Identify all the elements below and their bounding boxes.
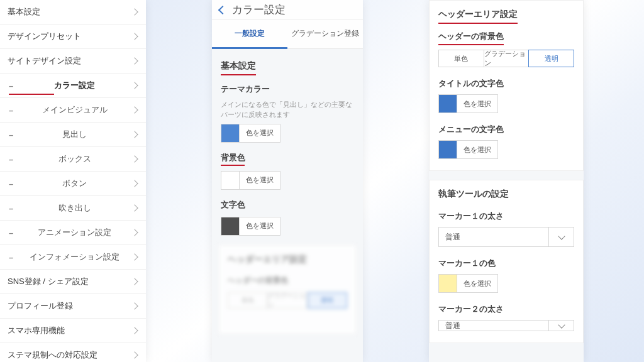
sidebar-item-5[interactable]: –見出し	[0, 123, 146, 147]
sidebar-item-13[interactable]: スマホ専用機能	[0, 319, 146, 343]
sidebar-item-label: 基本設定	[8, 6, 40, 18]
sidebar-item-11[interactable]: SNS登録 / シェア設定	[0, 270, 146, 294]
chevron-right-icon	[131, 180, 138, 187]
header-bg-label: ヘッダーの背景色	[438, 31, 504, 42]
chevron-right-icon	[131, 57, 138, 64]
tab-general[interactable]: 一般設定	[212, 20, 287, 49]
sidebar-item-4[interactable]: –メインビジュアル	[0, 98, 146, 123]
sidebar-item-7[interactable]: –ボタン	[0, 172, 146, 196]
sidebar-item-label: インフォメーション設定	[30, 251, 119, 263]
theme-color-swatch[interactable]	[221, 124, 240, 143]
chevron-right-icon	[131, 82, 138, 89]
sidebar-item-9[interactable]: –アニメーション設定	[0, 221, 146, 245]
header-area-title: ヘッダーエリア設定	[438, 9, 518, 20]
bg-color-select-button[interactable]: 色を選択	[240, 171, 280, 190]
chevron-down-icon	[548, 228, 574, 246]
menu-text-color-button[interactable]: 色を選択	[457, 140, 498, 159]
header-area-blurred: ヘッダーエリア設定 ヘッダーの背景色 単色グラデーション透明	[218, 244, 357, 334]
color-settings-panel: カラー設定 一般設定 グラデーション登録 基本設定 テーマカラー メインになる色…	[212, 0, 363, 362]
sidebar-item-8[interactable]: –吹き出し	[0, 196, 146, 221]
sidebar-item-label: アニメーション設定	[38, 227, 111, 238]
chevron-right-icon	[131, 351, 138, 358]
sidebar-item-1[interactable]: デザインプリセット	[0, 25, 146, 49]
sidebar-item-2[interactable]: サイトデザイン設定	[0, 49, 146, 74]
back-icon[interactable]	[218, 5, 227, 14]
theme-color-select-button[interactable]: 色を選択	[240, 124, 280, 143]
sidebar-item-label: カラー設定	[54, 80, 95, 91]
sidebar-item-label: スマホ専用機能	[8, 325, 65, 336]
chevron-right-icon	[131, 229, 138, 236]
dash-icon: –	[9, 81, 13, 90]
sidebar-item-0[interactable]: 基本設定	[0, 0, 146, 25]
marker1-color-label: マーカー１の色	[438, 258, 496, 269]
dash-icon: –	[9, 130, 13, 140]
sidebar-item-label: ステマ規制への対応設定	[8, 349, 97, 361]
sidebar-item-label: サイトデザイン設定	[8, 55, 81, 67]
dash-icon: –	[9, 253, 13, 262]
menu-text-color-label: メニューの文字色	[438, 124, 504, 135]
menu-text-color-swatch[interactable]	[438, 140, 457, 159]
dash-icon: –	[9, 155, 13, 164]
sidebar-item-label: ボックス	[58, 153, 91, 165]
sidebar-item-3[interactable]: –カラー設定	[0, 74, 146, 98]
title-text-color-button[interactable]: 色を選択	[457, 94, 498, 113]
sidebar-item-14[interactable]: ステマ規制への対応設定	[0, 343, 146, 362]
settings-sidebar: 基本設定デザインプリセットサイトデザイン設定–カラー設定–メインビジュアル–見出…	[0, 0, 146, 362]
marker1-thickness-select[interactable]: 普通	[438, 227, 574, 247]
marker1-thickness-label: マーカー１の太さ	[438, 211, 504, 222]
sidebar-item-label: デザインプリセット	[8, 31, 81, 42]
tab-gradient[interactable]: グラデーション登録	[287, 20, 363, 49]
title-text-color-label: タイトルの文字色	[438, 79, 504, 89]
sidebar-item-label: SNS登録 / シェア設定	[8, 276, 89, 287]
text-color-swatch[interactable]	[221, 217, 240, 236]
chevron-right-icon	[131, 204, 138, 211]
dash-icon: –	[9, 106, 13, 115]
marker1-color-button[interactable]: 色を選択	[457, 274, 498, 293]
sidebar-item-label: プロフィール登録	[8, 300, 73, 312]
marker1-color-swatch[interactable]	[438, 274, 457, 293]
marker2-thickness-label: マーカー２の太さ	[438, 304, 504, 315]
sidebar-item-10[interactable]: –インフォメーション設定	[0, 245, 146, 270]
sidebar-item-12[interactable]: プロフィール登録	[0, 294, 146, 319]
chevron-right-icon	[131, 253, 138, 260]
title-text-color-swatch[interactable]	[438, 94, 457, 113]
chevron-right-icon	[131, 327, 138, 334]
seg-transparent[interactable]: 透明	[528, 50, 574, 67]
sidebar-item-label: 見出し	[62, 129, 87, 140]
theme-color-desc: メインになる色で「見出し」などの主要なパーツに反映されます	[221, 100, 354, 120]
sidebar-item-6[interactable]: –ボックス	[0, 147, 146, 172]
section-basic-title: 基本設定	[221, 58, 256, 74]
chevron-right-icon	[131, 8, 138, 15]
sidebar-item-label: 吹き出し	[58, 202, 91, 214]
marker2-thickness-select[interactable]: 普通	[438, 320, 574, 331]
text-color-label: 文字色	[221, 200, 245, 211]
panel-title: カラー設定	[232, 3, 286, 17]
bg-color-label: 背景色	[221, 153, 245, 163]
header-area-panel: ヘッダーエリア設定 ヘッダーの背景色 単色 グラデーション 透明 タイトルの文字…	[429, 0, 584, 362]
chevron-down-icon	[548, 321, 574, 331]
writing-tools-title: 執筆ツールの設定	[438, 189, 509, 200]
sidebar-item-label: メインビジュアル	[42, 104, 108, 116]
sidebar-item-label: ボタン	[62, 178, 87, 189]
bg-color-swatch[interactable]	[221, 171, 240, 190]
dash-icon: –	[9, 228, 13, 238]
chevron-right-icon	[131, 278, 138, 285]
header-bg-segment: 単色 グラデーション 透明	[438, 50, 574, 67]
seg-gradient[interactable]: グラデーション	[484, 50, 529, 67]
tab-bar: 一般設定 グラデーション登録	[212, 20, 363, 49]
theme-color-label: テーマカラー	[221, 84, 270, 95]
dash-icon: –	[9, 204, 13, 213]
chevron-right-icon	[131, 106, 138, 113]
chevron-right-icon	[131, 33, 138, 40]
dash-icon: –	[9, 179, 13, 189]
chevron-right-icon	[131, 302, 138, 309]
chevron-right-icon	[131, 131, 138, 138]
text-color-select-button[interactable]: 色を選択	[240, 217, 280, 236]
seg-solid[interactable]: 単色	[438, 50, 484, 67]
chevron-right-icon	[131, 155, 138, 162]
